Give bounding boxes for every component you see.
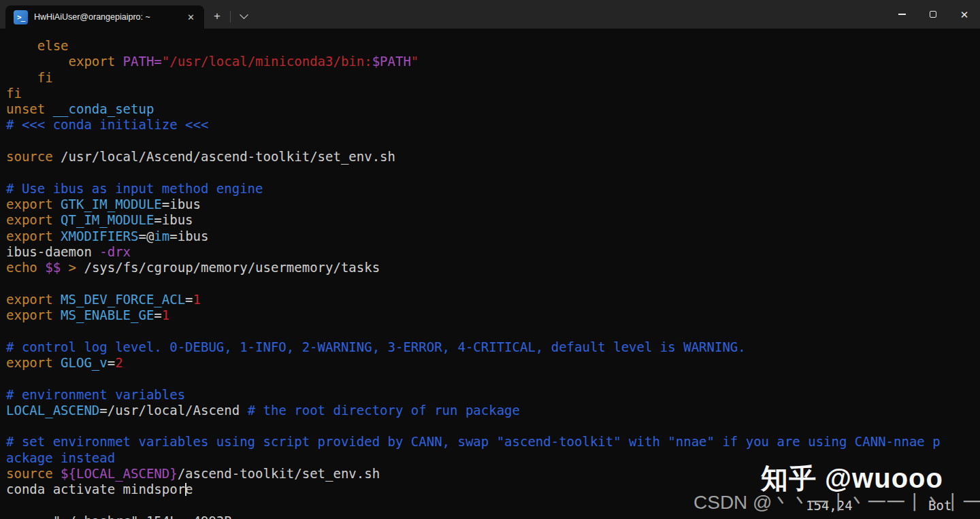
code-token: =ibus xyxy=(169,229,208,244)
code-token: $$ xyxy=(45,260,61,275)
code-token: conda activate mindspor xyxy=(6,482,185,497)
minimize-button[interactable] xyxy=(886,0,917,29)
code-token: -drx xyxy=(99,244,131,259)
terminal-line: fi xyxy=(6,86,980,101)
terminal-line: # <<< conda initialize <<< xyxy=(6,117,980,133)
code-token: = xyxy=(185,292,193,307)
terminal-line: export MS_ENABLE_GE=1 xyxy=(6,307,980,323)
code-token: echo xyxy=(6,260,45,275)
code-token: source xyxy=(6,466,61,481)
code-token: ${LOCAL_ASCEND} xyxy=(61,466,178,481)
code-token: export xyxy=(6,292,61,307)
terminal-line: export GLOG_v=2 xyxy=(6,355,980,371)
code-token: # <<< conda initialize <<< xyxy=(6,117,208,132)
close-icon: ✕ xyxy=(960,10,969,20)
terminal-line xyxy=(6,371,980,386)
terminal-viewport[interactable]: else export PATH="/usr/local/miniconda3/… xyxy=(0,29,980,519)
code-token: # Use ibus as input method engine xyxy=(6,181,263,196)
terminal-line: unset __conda_setup xyxy=(6,101,980,117)
code-token: QT_IM_MODULE xyxy=(61,212,154,227)
code-token: /usr/local/Ascend/ascend-toolkit/set_env… xyxy=(61,149,395,164)
maximize-button[interactable] xyxy=(917,0,949,29)
code-token: export xyxy=(6,229,61,244)
code-token: XMODIFIERS xyxy=(61,229,138,244)
code-token: # the root directory of run package xyxy=(248,403,520,418)
terminal-line: else xyxy=(6,38,980,54)
code-token: im xyxy=(154,229,169,244)
code-token: GTK_IM_MODULE xyxy=(61,197,162,212)
code-token: unset xyxy=(6,101,53,116)
code-token: > xyxy=(69,260,76,275)
code-token: =ibus xyxy=(162,197,201,212)
terminal-line: ibus-daemon -drx xyxy=(6,244,980,260)
minimize-icon xyxy=(898,14,906,14)
code-token: # environment variables xyxy=(6,387,185,402)
code-token: __conda_setup xyxy=(53,101,154,116)
code-token: LOCAL_ASCEND xyxy=(6,403,99,418)
terminal-line: export PATH="/usr/local/miniconda3/bin:$… xyxy=(6,54,980,69)
maximize-icon xyxy=(930,11,936,18)
code-token: export xyxy=(6,212,61,227)
csdn-watermark: CSDN @丶丶一丨丶一一丨丶丨一 xyxy=(693,490,980,516)
terminal-line xyxy=(6,418,980,434)
code-token: fi xyxy=(6,70,53,85)
tab-close-icon[interactable]: ✕ xyxy=(184,11,197,24)
code-token: $PATH xyxy=(372,54,411,69)
terminal-line: # set environmet variables using script … xyxy=(6,434,980,450)
terminal-line xyxy=(6,165,980,180)
title-bar: >_ HwHiAiUser@orangepiaipro: ~ ✕ + ✕ xyxy=(0,0,980,29)
code-token: export xyxy=(6,355,61,370)
code-token: =@ xyxy=(138,229,154,244)
terminal-line: # control log level. 0-DEBUG, 1-INFO, 2-… xyxy=(6,339,980,355)
terminal-line: export XMODIFIERS=@im=ibus xyxy=(6,229,980,244)
terminal-line: LOCAL_ASCEND=/usr/local/Ascend # the roo… xyxy=(6,403,980,418)
window-controls: ✕ xyxy=(886,0,980,29)
terminal-line: echo $$ > /sys/fs/cgroup/memory/usermemo… xyxy=(6,260,980,275)
code-token: ibus-daemon xyxy=(6,244,99,259)
code-token: e xyxy=(185,482,193,497)
terminal-line xyxy=(6,133,980,149)
code-token xyxy=(61,260,68,275)
close-button[interactable]: ✕ xyxy=(949,0,980,29)
code-token: MS_DEV_FORCE_ACL xyxy=(61,292,185,307)
terminal-line: export QT_IM_MODULE=ibus xyxy=(6,212,980,228)
terminal-line: source /usr/local/Ascend/ascend-toolkit/… xyxy=(6,149,980,165)
code-token: # set environmet variables using script … xyxy=(6,434,941,449)
code-token: /sys/fs/cgroup/memory/usermemory/tasks xyxy=(76,260,380,275)
code-token: fi xyxy=(6,86,22,101)
terminal-tab[interactable]: >_ HwHiAiUser@orangepiaipro: ~ ✕ xyxy=(5,5,204,29)
code-token: GLOG_v xyxy=(61,355,108,370)
code-token: " xyxy=(411,54,419,69)
vim-buffer: else export PATH="/usr/local/miniconda3/… xyxy=(6,38,980,498)
new-tab-button[interactable]: + xyxy=(204,4,230,29)
code-token: export xyxy=(6,307,61,322)
code-token: 1 xyxy=(162,307,169,322)
terminal-line xyxy=(6,275,980,291)
terminal-line: # environment variables xyxy=(6,387,980,403)
code-token: # control log level. 0-DEBUG, 1-INFO, 2-… xyxy=(6,339,746,354)
tab-title: HwHiAiUser@orangepiaipro: ~ xyxy=(34,12,178,22)
vim-file-info: "~/.bashrc" 154L, 4993B xyxy=(53,514,232,519)
code-token: PATH= xyxy=(123,54,162,69)
terminal-line: # Use ibus as input method engine xyxy=(6,181,980,197)
terminal-line xyxy=(6,323,980,339)
chevron-down-icon xyxy=(240,10,248,19)
code-token: source xyxy=(6,149,61,164)
terminal-line: export MS_DEV_FORCE_ACL=1 xyxy=(6,292,980,307)
code-token: 2 xyxy=(115,355,122,370)
code-token: ackage instead xyxy=(6,450,115,465)
terminal-window: >_ HwHiAiUser@orangepiaipro: ~ ✕ + ✕ els… xyxy=(0,0,980,519)
code-token: export xyxy=(6,54,123,69)
terminal-line: fi xyxy=(6,70,980,86)
code-token: = xyxy=(154,307,161,322)
code-token: "/usr/local/miniconda3/bin: xyxy=(162,54,372,69)
code-token: =ibus xyxy=(154,212,193,227)
terminal-line: export GTK_IM_MODULE=ibus xyxy=(6,197,980,212)
code-token: 1 xyxy=(193,292,201,307)
code-token: export xyxy=(6,197,61,212)
code-token: = xyxy=(108,355,115,370)
code-token: =/usr/local/Ascend xyxy=(99,403,247,418)
code-token: MS_ENABLE_GE xyxy=(61,307,154,322)
tab-dropdown-button[interactable] xyxy=(231,4,257,29)
windows-terminal-icon: >_ xyxy=(14,10,28,24)
